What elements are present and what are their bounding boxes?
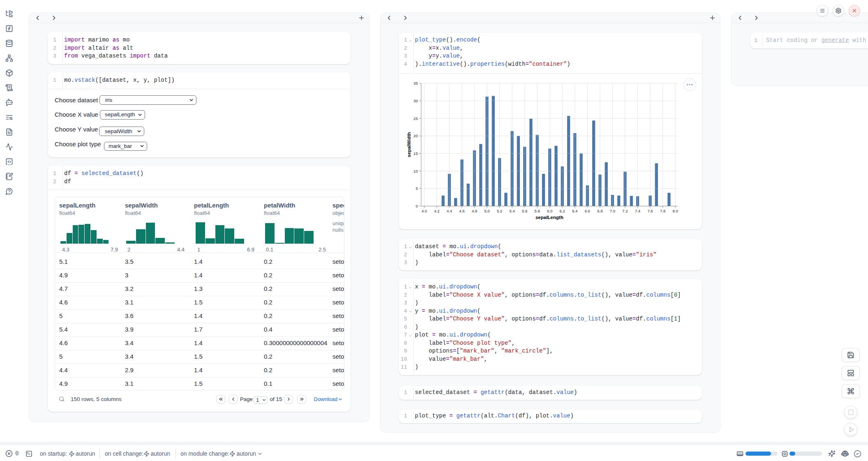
svg-text:sepalLength: sepalLength [536,215,563,220]
svg-text:5.2: 5.2 [497,209,502,213]
svg-text:sepalWidth: sepalWidth [406,132,411,157]
svg-text:7.6: 7.6 [647,209,653,213]
svg-text:0: 0 [416,204,418,208]
svg-text:7.8: 7.8 [660,209,665,213]
svg-text:35: 35 [413,81,418,85]
svg-text:4.2: 4.2 [434,209,439,213]
svg-text:20: 20 [413,134,418,138]
svg-text:7.2: 7.2 [622,209,628,213]
svg-text:6.6: 6.6 [585,209,590,213]
svg-text:7.0: 7.0 [610,209,615,213]
svg-text:7.4: 7.4 [635,209,640,213]
svg-text:4.0: 4.0 [422,209,427,213]
svg-text:4.8: 4.8 [472,209,477,213]
svg-text:5.0: 5.0 [484,209,489,213]
svg-text:5.6: 5.6 [522,209,527,213]
svg-text:5.8: 5.8 [535,209,540,213]
svg-text:4.4: 4.4 [447,209,452,213]
svg-text:4.6: 4.6 [459,209,464,213]
svg-text:5.4: 5.4 [509,209,515,213]
svg-text:10: 10 [413,169,418,173]
svg-text:6.0: 6.0 [547,209,552,213]
svg-text:5: 5 [416,186,418,191]
svg-text:6.8: 6.8 [597,209,603,213]
svg-text:30: 30 [413,99,418,103]
svg-text:8.0: 8.0 [672,209,678,213]
svg-text:6.4: 6.4 [572,209,577,213]
svg-text:15: 15 [413,151,418,156]
svg-text:6.2: 6.2 [560,209,565,213]
svg-text:25: 25 [413,116,418,121]
